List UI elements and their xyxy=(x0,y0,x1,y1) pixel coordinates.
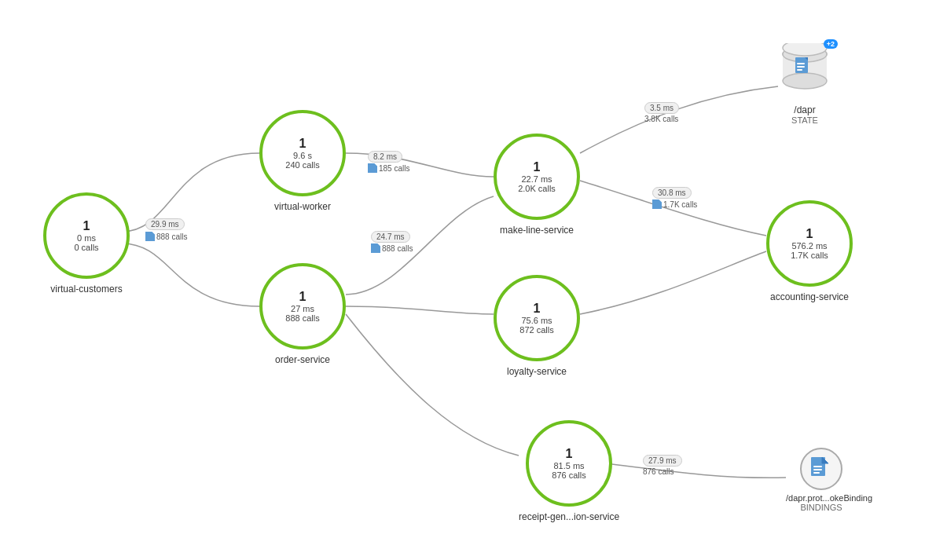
mls-num: 1 xyxy=(534,160,541,174)
os-label: order-service xyxy=(275,354,330,365)
edge-calls-icon3 xyxy=(371,243,380,253)
dapr-bindings-sublabel: BINDINGS xyxy=(800,503,842,512)
edge-vw-mls-ms: 8.2 ms xyxy=(368,151,402,163)
vw-label: virtual-worker xyxy=(274,201,331,212)
edge-receipt-bindings-calls: 876 calls xyxy=(643,467,674,476)
svg-point-2 xyxy=(783,73,827,89)
svg-rect-7 xyxy=(797,63,805,64)
edge-vc-vw-ms: 29.9 ms xyxy=(145,218,185,230)
dapr-state-icon xyxy=(778,43,831,100)
loyalty-service-node[interactable]: 1 75.6 ms 872 calls loyalty-service xyxy=(494,275,580,377)
loyalty-stat2: 872 calls xyxy=(519,325,553,335)
diagram: 1 0 ms 0 calls virtual-customers 29.9 ms… xyxy=(0,0,947,560)
virtual-worker-circle: 1 9.6 s 240 calls xyxy=(259,110,346,196)
mls-circle: 1 22.7 ms 2.0K calls xyxy=(494,134,580,220)
vc-num: 1 xyxy=(83,219,90,233)
edge-mls-acc-ms: 30.8 ms xyxy=(652,187,692,199)
loyalty-label: loyalty-service xyxy=(507,366,567,377)
virtual-worker-node[interactable]: 1 9.6 s 240 calls virtual-worker xyxy=(259,110,346,212)
vc-stat2: 0 calls xyxy=(74,243,98,252)
dapr-badge: +2 xyxy=(824,39,838,49)
acc-num: 1 xyxy=(806,227,813,241)
dapr-state-label: /dapr xyxy=(794,104,815,115)
dapr-bindings-label: /dapr.prot...okeBinding xyxy=(786,493,857,503)
order-service-circle: 1 27 ms 888 calls xyxy=(259,263,346,350)
dapr-bindings-icon xyxy=(800,448,842,490)
dapr-bindings-node[interactable]: /dapr.prot...okeBinding BINDINGS xyxy=(786,448,857,512)
svg-rect-8 xyxy=(797,66,805,68)
loyalty-num: 1 xyxy=(534,302,541,316)
vw-stat2: 240 calls xyxy=(285,160,319,170)
edge-calls-icon xyxy=(145,232,155,241)
acc-label: accounting-service xyxy=(770,291,849,302)
edge-mls-dapr-calls: 3.8K calls xyxy=(644,115,678,123)
loyalty-stat1: 75.6 ms xyxy=(521,316,552,325)
mls-stat1: 22.7 ms xyxy=(521,174,552,184)
acc-circle: 1 576.2 ms 1.7K calls xyxy=(766,200,853,287)
vw-stat1: 9.6 s xyxy=(293,151,312,160)
svg-rect-13 xyxy=(813,466,822,467)
acc-stat2: 1.7K calls xyxy=(791,251,828,260)
edge-os-mls-calls: 888 calls xyxy=(371,243,413,253)
os-stat2: 888 calls xyxy=(285,313,319,323)
order-service-node[interactable]: 1 27 ms 888 calls order-service xyxy=(259,263,346,365)
dapr-bindings-doc-icon xyxy=(808,456,835,482)
receipt-service-node[interactable]: 1 81.5 ms 876 calls receipt-gen...ion-se… xyxy=(519,420,619,522)
mls-stat2: 2.0K calls xyxy=(518,184,556,193)
acc-stat1: 576.2 ms xyxy=(791,241,827,251)
virtual-customers-node[interactable]: 1 0 ms 0 calls virtual-customers xyxy=(43,192,130,295)
mls-label: make-line-service xyxy=(500,225,574,236)
make-line-service-node[interactable]: 1 22.7 ms 2.0K calls make-line-service xyxy=(494,134,580,236)
edge-os-mls-ms: 24.7 ms xyxy=(371,231,410,243)
vw-num: 1 xyxy=(299,137,306,151)
accounting-service-node[interactable]: 1 576.2 ms 1.7K calls accounting-service xyxy=(766,200,853,302)
edge-vw-mls-calls: 185 calls xyxy=(368,163,409,173)
receipt-num: 1 xyxy=(566,447,573,461)
edge-mls-dapr-ms: 3.5 ms xyxy=(644,102,679,114)
edge-calls-icon2 xyxy=(368,163,377,173)
edge-vc-vw-calls: 888 calls xyxy=(145,232,187,241)
edge-mls-acc-calls: 1.7K calls xyxy=(652,199,697,209)
vc-label: virtual-customers xyxy=(50,284,122,295)
receipt-circle: 1 81.5 ms 876 calls xyxy=(526,420,612,507)
receipt-stat2: 876 calls xyxy=(552,470,585,480)
loyalty-circle: 1 75.6 ms 872 calls xyxy=(494,275,580,361)
svg-point-4 xyxy=(783,43,827,56)
receipt-label: receipt-gen...ion-service xyxy=(519,511,619,522)
os-num: 1 xyxy=(299,290,306,304)
edge-calls-icon4 xyxy=(652,199,662,209)
edge-receipt-bindings-ms: 27.9 ms xyxy=(643,455,682,467)
svg-rect-15 xyxy=(813,472,820,474)
dapr-state-node[interactable]: +2 /dapr STATE xyxy=(778,43,831,125)
svg-rect-9 xyxy=(797,69,802,71)
virtual-customers-circle: 1 0 ms 0 calls xyxy=(43,192,130,279)
vc-stat1: 0 ms xyxy=(77,233,96,243)
svg-rect-14 xyxy=(813,469,822,470)
receipt-stat1: 81.5 ms xyxy=(553,461,584,470)
os-stat1: 27 ms xyxy=(291,304,314,313)
dapr-state-sublabel: STATE xyxy=(791,115,818,125)
